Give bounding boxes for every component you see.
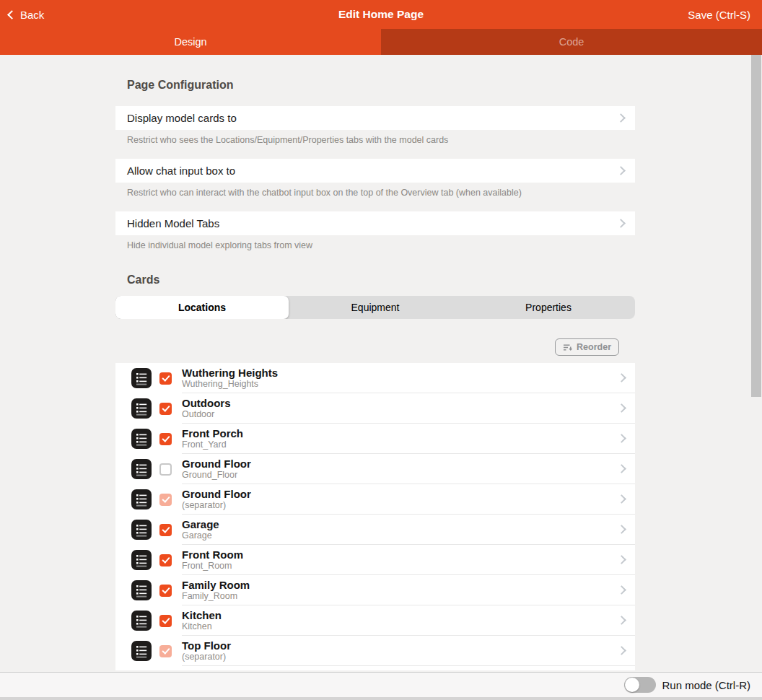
config-row[interactable]: Display model cards to — [115, 106, 635, 130]
card-subtitle: Wuthering_Heights — [182, 379, 278, 390]
card-visible-checkbox[interactable] — [159, 615, 172, 627]
segment-equipment[interactable]: Equipment — [289, 296, 462, 319]
chevron-right-icon — [617, 494, 626, 504]
tab-code[interactable]: Code — [381, 29, 762, 55]
card-row-text: Top Floor (separator) — [182, 639, 231, 662]
card-row-main[interactable]: Outdoors Outdoor — [182, 393, 635, 424]
card-subtitle: (separator) — [182, 500, 251, 511]
card-row: Kitchen Kitchen — [115, 605, 635, 636]
run-mode-toggle[interactable] — [624, 677, 656, 693]
card-row-text: Family Room Family_Room — [182, 579, 250, 602]
card-visible-checkbox[interactable] — [159, 372, 172, 385]
card-list-icon[interactable] — [131, 489, 152, 509]
card-row: Outdoors Outdoor — [115, 393, 635, 424]
edit-home-page-window: Back Edit Home Page Save (Ctrl-S) Design… — [0, 0, 762, 700]
card-subtitle: Outdoor — [182, 409, 231, 420]
chevron-right-icon — [617, 616, 626, 625]
card-title: Family Room — [182, 579, 250, 591]
cards-heading: Cards — [127, 274, 623, 286]
config-row-label: Hidden Model Tabs — [127, 217, 219, 229]
chevron-left-icon — [7, 10, 17, 19]
page-title: Edit Home Page — [0, 8, 762, 21]
chevron-right-icon — [617, 434, 626, 443]
window-bottom-edge — [0, 697, 762, 700]
card-row-main[interactable]: Front Room Front_Room — [182, 545, 635, 575]
card-visible-checkbox[interactable] — [159, 403, 172, 415]
card-row: Ground Floor (separator) — [115, 484, 635, 515]
card-visible-checkbox[interactable] — [159, 494, 172, 506]
config-row-label: Display model cards to — [127, 112, 237, 124]
card-row-main[interactable]: Ground Floor (separator) — [182, 484, 635, 515]
card-subtitle: Kitchen — [182, 621, 222, 632]
segment-properties[interactable]: Properties — [462, 296, 635, 319]
card-row-main[interactable]: Front Porch Front_Yard — [182, 424, 635, 454]
card-list-icon[interactable] — [131, 580, 152, 600]
config-row-label: Allow chat input box to — [127, 165, 235, 177]
card-row-text: Garage Garage — [182, 518, 219, 541]
run-mode-label: Run mode (Ctrl-R) — [662, 679, 750, 691]
card-row-text: Front Room Front_Room — [182, 548, 243, 572]
card-list-icon[interactable] — [131, 459, 152, 479]
config-item: Hidden Model Tabs Hide individual model … — [115, 211, 635, 251]
card-list-icon[interactable] — [131, 368, 152, 388]
card-visible-checkbox[interactable] — [159, 585, 172, 597]
card-row-text: Kitchen Kitchen — [182, 609, 222, 632]
card-row: Family Room Family_Room — [115, 575, 635, 605]
card-title: Ground Floor — [182, 488, 251, 500]
chevron-right-icon — [616, 113, 626, 123]
sort-icon — [563, 344, 572, 351]
chevron-right-icon — [616, 166, 626, 175]
card-subtitle: Family_Room — [182, 591, 250, 602]
card-row-main[interactable]: Top Floor (separator) — [182, 636, 635, 666]
card-row-text: Front Porch Front_Yard — [182, 427, 243, 450]
card-subtitle: Front_Yard — [182, 439, 243, 450]
chevron-right-icon — [617, 373, 626, 382]
card-visible-checkbox[interactable] — [159, 433, 172, 445]
card-visible-checkbox[interactable] — [159, 645, 172, 657]
card-title: Top Floor — [182, 639, 231, 652]
editor-tabbar: Design Code — [0, 29, 762, 55]
card-row-main[interactable]: Kitchen Kitchen — [182, 605, 635, 636]
card-visible-checkbox[interactable] — [159, 524, 172, 536]
card-row-main[interactable]: Ground Floor Ground_Floor — [182, 454, 635, 484]
card-list-icon[interactable] — [131, 550, 152, 570]
card-list-icon[interactable] — [131, 520, 152, 540]
card-row-main[interactable]: Family Room Family_Room — [182, 575, 635, 605]
card-visible-checkbox[interactable] — [159, 463, 172, 476]
chevron-right-icon — [617, 585, 626, 595]
chevron-right-icon — [616, 219, 626, 228]
card-subtitle: (separator) — [182, 652, 231, 662]
chevron-right-icon — [617, 555, 626, 564]
card-row: Top Floor (separator) — [115, 636, 635, 666]
card-row-main[interactable]: Wuthering Heights Wuthering_Heights — [182, 363, 635, 393]
chevron-right-icon — [617, 646, 626, 655]
card-title: Wuthering Heights — [182, 367, 278, 379]
config-row-description: Restrict who sees the Locations/Equipmen… — [127, 135, 623, 146]
scrollbar-thumb[interactable] — [751, 55, 761, 397]
chevron-right-icon — [617, 525, 626, 534]
reorder-button[interactable]: Reorder — [555, 338, 619, 356]
card-title: Outdoors — [182, 397, 231, 409]
card-row-main[interactable]: Garage Garage — [182, 515, 635, 545]
card-list-icon[interactable] — [131, 641, 152, 661]
card-list-icon[interactable] — [131, 429, 152, 449]
segment-locations[interactable]: Locations — [115, 296, 289, 319]
card-row: Front Porch Front_Yard — [115, 424, 635, 454]
card-list-icon[interactable] — [131, 398, 152, 419]
card-title: Front Porch — [182, 427, 243, 439]
card-row-text: Outdoors Outdoor — [182, 397, 231, 420]
card-list-icon[interactable] — [131, 611, 152, 631]
bottom-toolbar: Run mode (Ctrl-R) — [0, 672, 762, 697]
card-row: Front Room Front_Room — [115, 545, 635, 575]
card-row: Ground Floor Ground_Floor — [115, 454, 635, 484]
save-button[interactable]: Save (Ctrl-S) — [688, 9, 750, 21]
navbar: Back Edit Home Page Save (Ctrl-S) — [0, 0, 762, 29]
tab-design[interactable]: Design — [0, 29, 381, 55]
card-visible-checkbox[interactable] — [159, 554, 172, 566]
config-row[interactable]: Hidden Model Tabs — [115, 211, 635, 235]
card-row-text: Wuthering Heights Wuthering_Heights — [182, 367, 278, 390]
back-button[interactable]: Back — [9, 9, 44, 21]
chevron-right-icon — [617, 464, 626, 473]
config-row[interactable]: Allow chat input box to — [115, 159, 635, 183]
card-row-text: Ground Floor (separator) — [182, 488, 251, 511]
